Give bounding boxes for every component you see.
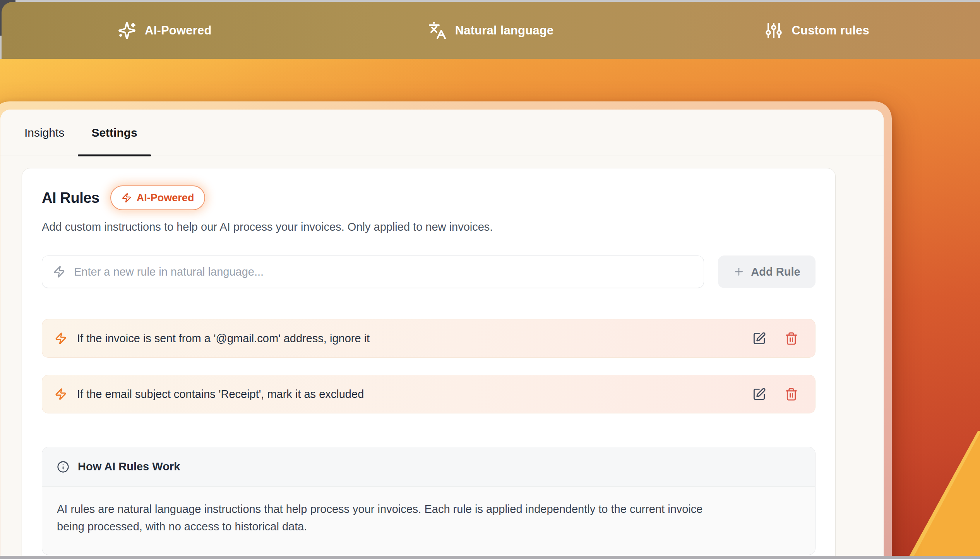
tab-bar: Insights Settings: [0, 110, 884, 156]
delete-rule-button[interactable]: [783, 386, 800, 403]
banner-item-custom-rules: Custom rules: [654, 21, 980, 40]
edit-rule-button[interactable]: [751, 330, 768, 347]
banner-item-natural-language: Natural language: [328, 21, 654, 40]
info-icon: [57, 461, 69, 473]
plus-icon: [733, 266, 745, 278]
new-rule-input[interactable]: [74, 266, 693, 278]
banner-item-ai-powered: AI-Powered: [2, 21, 328, 40]
edit-rule-button[interactable]: [751, 386, 768, 403]
rule-text: If the email subject contains 'Receipt',…: [77, 388, 741, 401]
rules-list: If the invoice is sent from a '@gmail.co…: [42, 319, 816, 413]
screen-bottom-edge: [0, 556, 980, 559]
delete-rule-button[interactable]: [783, 330, 800, 347]
how-rules-work-title: How AI Rules Work: [78, 460, 180, 473]
rule-text: If the invoice is sent from a '@gmail.co…: [77, 332, 741, 345]
edit-icon: [752, 332, 766, 345]
app-window-content: Insights Settings AI Rules AI-Powered Ad…: [0, 110, 884, 559]
new-rule-row: Add Rule: [42, 255, 816, 288]
tab-settings[interactable]: Settings: [78, 110, 151, 156]
add-rule-button[interactable]: Add Rule: [718, 255, 816, 288]
trash-icon: [785, 332, 798, 345]
languages-icon: [428, 21, 447, 40]
sparkles-icon: [118, 21, 136, 40]
add-rule-label: Add Rule: [751, 266, 800, 278]
tab-label: Insights: [24, 126, 64, 139]
app-window: Insights Settings AI Rules AI-Powered Ad…: [0, 101, 892, 559]
trash-icon: [785, 388, 798, 401]
badge-label: AI-Powered: [137, 192, 194, 204]
rule-actions: [751, 330, 804, 347]
feature-banner: AI-Powered Natural language Custom rules: [2, 2, 980, 59]
tab-label: Settings: [91, 126, 137, 139]
how-rules-work-header: How AI Rules Work: [42, 447, 815, 487]
how-rules-work-box: How AI Rules Work AI rules are natural l…: [42, 447, 816, 555]
how-rules-work-body: AI rules are natural language instructio…: [42, 487, 723, 555]
banner-item-label: AI-Powered: [145, 24, 212, 38]
zap-icon: [55, 332, 67, 345]
zap-icon: [122, 193, 132, 203]
zap-icon: [55, 388, 67, 400]
settings-content: AI Rules AI-Powered Add custom instructi…: [0, 156, 884, 559]
rule-actions: [751, 386, 804, 403]
ai-rules-card: AI Rules AI-Powered Add custom instructi…: [22, 168, 836, 559]
ai-rules-description: Add custom instructions to help our AI p…: [42, 221, 816, 233]
edit-icon: [752, 388, 766, 401]
banner-item-label: Natural language: [455, 24, 554, 38]
rule-row: If the invoice is sent from a '@gmail.co…: [42, 319, 816, 358]
tab-insights[interactable]: Insights: [11, 110, 78, 156]
rule-row: If the email subject contains 'Receipt',…: [42, 375, 816, 413]
ai-powered-badge: AI-Powered: [110, 185, 206, 210]
sliders-icon: [764, 21, 783, 40]
page-title: AI Rules: [42, 190, 99, 206]
banner-item-label: Custom rules: [792, 24, 869, 38]
new-rule-field-wrap: [42, 255, 704, 288]
zap-icon: [53, 266, 65, 278]
ai-rules-header: AI Rules AI-Powered: [42, 185, 816, 210]
